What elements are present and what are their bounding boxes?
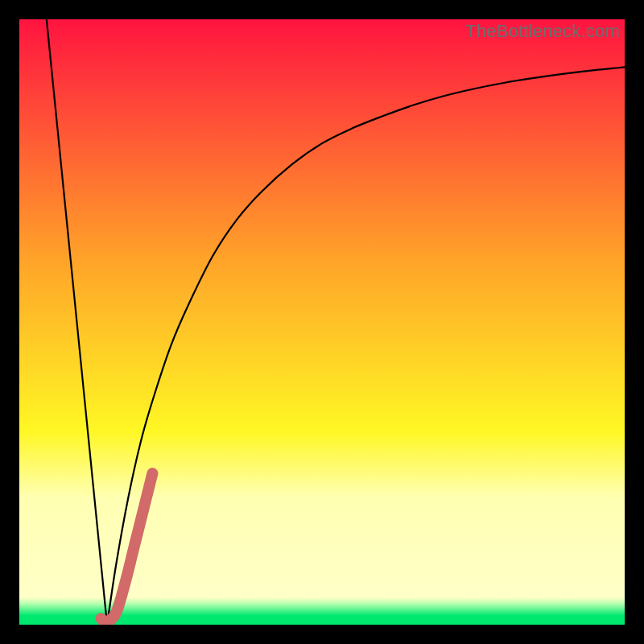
left-segment [47, 19, 107, 625]
outer-frame: TheBottleneck.com [0, 0, 644, 644]
right-curve [107, 67, 625, 625]
curve-layer [19, 19, 625, 625]
marker-j [101, 473, 153, 621]
plot-area: TheBottleneck.com [19, 19, 625, 625]
